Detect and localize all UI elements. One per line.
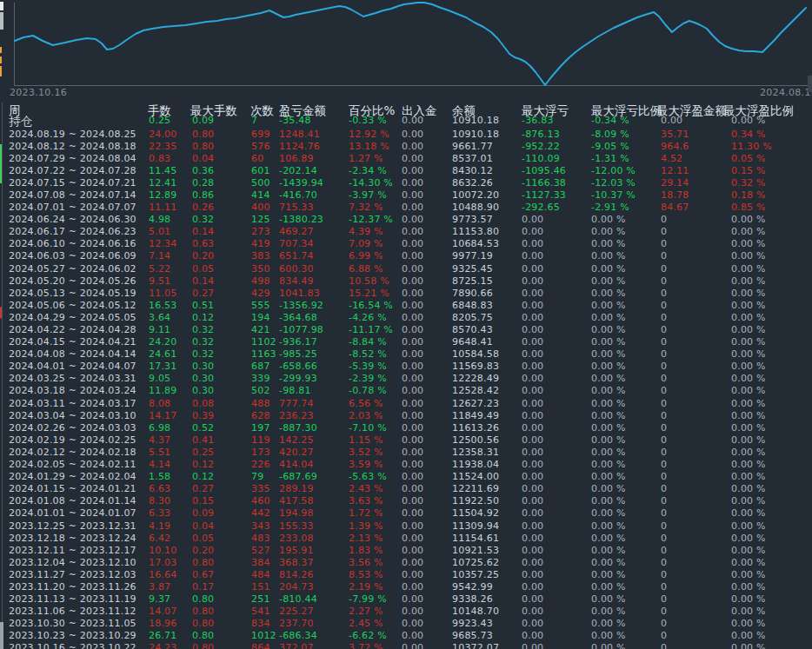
cell-lots: 5.51 xyxy=(149,447,170,459)
table-row[interactable]: 2024.03.04 ~ 2024.03.1014.170.39628236.2… xyxy=(0,410,812,422)
table-row[interactable]: 2024.03.25 ~ 2024.03.319.050.30339-299.9… xyxy=(0,373,812,385)
table-row[interactable]: 2024.01.29 ~ 2024.02.041.580.1279-687.69… xyxy=(0,471,812,483)
cell-balance: 8725.15 xyxy=(452,275,493,288)
cell-max_float_profit: 0 xyxy=(661,238,667,250)
table-row[interactable]: 2023.12.25 ~ 2023.12.314.190.04343155.33… xyxy=(0,520,812,533)
table-row[interactable]: 2024.02.05 ~ 2024.02.114.140.12226414.04… xyxy=(0,459,812,471)
cell-pct: 7.32 % xyxy=(349,202,383,214)
table-row[interactable]: 2024.07.08 ~ 2024.07.1412.890.86414-416.… xyxy=(0,189,812,202)
table-row[interactable]: 2024.02.26 ~ 2024.03.036.980.52197-887.3… xyxy=(0,422,812,434)
cell-max_float_loss_pct: -2.91 % xyxy=(591,202,629,214)
table-row[interactable]: 2024.02.19 ~ 2024.02.254.370.41119142.25… xyxy=(0,434,812,447)
cell-max_float_profit: 0 xyxy=(661,495,667,507)
cell-max_float_profit_pct: 0.32 % xyxy=(731,177,766,189)
cell-max_float_loss_pct: -9.05 % xyxy=(591,141,629,153)
table-row[interactable]: 2023.12.04 ~ 2023.12.1017.030.80384368.3… xyxy=(0,557,812,569)
table-row[interactable]: 2024.01.01 ~ 2024.01.076.330.09442194.98… xyxy=(0,507,812,520)
table-row[interactable]: 2024.04.29 ~ 2024.05.053.640.12194-364.6… xyxy=(0,312,812,324)
table-row[interactable]: 2024.05.13 ~ 2024.05.1911.050.274291041.… xyxy=(0,288,812,300)
cell-count: 173 xyxy=(251,447,270,459)
cell-pnl: -936.17 xyxy=(279,336,317,348)
cell-max_float_loss_pct: 0.00 % xyxy=(591,618,626,630)
cell-balance: 9338.26 xyxy=(452,593,493,606)
table-row[interactable]: 2023.10.23 ~ 2023.10.2926.710.801012-686… xyxy=(0,630,812,642)
table-row[interactable]: 2024.04.22 ~ 2024.04.289.110.32421-1077.… xyxy=(0,324,812,336)
table-row[interactable]: 2023.11.20 ~ 2023.11.263.870.17151204.73… xyxy=(0,581,812,593)
table-row[interactable]: 2023.10.16 ~ 2023.10.2224.230.80864372.0… xyxy=(0,642,812,649)
cell-max_float_profit: 0 xyxy=(661,459,667,471)
cell-pct: -5.63 % xyxy=(349,471,387,483)
cell-max_float_loss: -952.22 xyxy=(522,141,560,153)
table-row[interactable]: 2024.02.12 ~ 2024.02.185.510.25173420.27… xyxy=(0,447,812,459)
cell-max_float_profit: 0 xyxy=(661,214,667,226)
cell-pct: 1.27 % xyxy=(349,153,383,165)
cell-cash: 0.00 xyxy=(402,312,423,324)
cell-count: 601 xyxy=(251,165,270,177)
cell-max_float_loss: 0.00 xyxy=(522,275,543,288)
cell-max_float_loss_pct: 0.00 % xyxy=(591,642,626,649)
cell-max_float_profit_pct: 0.00 % xyxy=(731,324,766,336)
table-row[interactable]: 2024.04.15 ~ 2024.04.2124.200.321102-936… xyxy=(0,336,812,348)
edge-orange-mark xyxy=(0,47,2,53)
table-row[interactable]: 2024.01.08 ~ 2024.01.148.300.15460417.58… xyxy=(0,495,812,507)
table-row[interactable]: 2024.01.15 ~ 2024.01.216.630.27335289.19… xyxy=(0,483,812,495)
table-row[interactable]: 2024.04.01 ~ 2024.04.0717.310.30687-658.… xyxy=(0,361,812,373)
table-row[interactable]: 2024.06.03 ~ 2024.06.097.140.20383651.74… xyxy=(0,250,812,262)
cell-max_float_loss: 0.00 xyxy=(522,545,543,557)
table-row[interactable]: 2023.12.11 ~ 2023.12.1710.100.20527195.9… xyxy=(0,545,812,557)
table-row[interactable]: 2023.11.06 ~ 2023.11.1214.070.80541225.2… xyxy=(0,606,812,618)
table-row[interactable]: 2024.08.12 ~ 2024.08.1822.350.805761124.… xyxy=(0,141,812,153)
cell-max_float_loss_pct: 0.00 % xyxy=(591,459,626,471)
table-row[interactable]: 2024.08.19 ~ 2024.08.2524.000.806991248.… xyxy=(0,129,812,141)
cell-count: 488 xyxy=(251,398,270,410)
table-row[interactable]: 2024.03.11 ~ 2024.03.178.080.08488777.74… xyxy=(0,398,812,410)
cell-max_float_loss_pct: 0.00 % xyxy=(591,312,626,324)
table-row[interactable]: 2024.05.20 ~ 2024.05.269.510.14498834.49… xyxy=(0,275,812,288)
table-row[interactable]: 2023.11.13 ~ 2023.11.199.370.80251-810.4… xyxy=(0,593,812,606)
table-row[interactable]: 2023.11.27 ~ 2023.12.0316.640.67484814.2… xyxy=(0,569,812,581)
cell-lots: 8.08 xyxy=(149,398,170,410)
cell-pnl: 414.04 xyxy=(279,459,314,471)
cell-max_float_profit_pct: 11.30 % xyxy=(731,141,772,153)
cell-count: 699 xyxy=(251,129,270,141)
table-row[interactable]: 2024.06.10 ~ 2024.06.1612.340.63419707.3… xyxy=(0,238,812,250)
cell-lots: 4.37 xyxy=(149,434,170,447)
cell-lots: 1.58 xyxy=(149,471,170,483)
table-row[interactable]: 2024.06.24 ~ 2024.06.304.980.32125-1380.… xyxy=(0,214,812,226)
table-row[interactable]: 2023.12.18 ~ 2023.12.246.420.05483233.08… xyxy=(0,533,812,545)
cell-pnl: -887.30 xyxy=(279,422,317,434)
cell-max_float_profit: 18.78 xyxy=(661,189,689,202)
edge-artifact xyxy=(0,2,3,10)
cell-pnl: 236.23 xyxy=(279,410,314,422)
table-row[interactable]: 2024.07.29 ~ 2024.08.040.830.0460106.891… xyxy=(0,153,812,165)
edge-orange-mark xyxy=(0,56,2,63)
cell-max_float_loss: -110.09 xyxy=(522,153,560,165)
cell-lots: 12.34 xyxy=(149,238,177,250)
table-row[interactable]: 2024.03.18 ~ 2024.03.2411.890.30502-98.8… xyxy=(0,385,812,397)
cell-lots: 14.07 xyxy=(149,606,177,618)
cell-max_float_profit_pct: 0.00 % xyxy=(731,410,766,422)
cell-max_float_profit_pct: 0.00 % xyxy=(731,642,766,649)
cell-pct: 3.52 % xyxy=(349,447,383,459)
position-row[interactable]: 持仓0.250.097-35.48-0.33 %0.0010910.18-36.… xyxy=(0,115,812,129)
table-row[interactable]: 2024.06.17 ~ 2024.06.235.010.14273469.27… xyxy=(0,226,812,238)
cell-pnl: 1248.41 xyxy=(279,129,320,141)
cell-balance: 10357.25 xyxy=(452,569,499,581)
cell-pnl: 420.27 xyxy=(279,447,314,459)
cell-cash: 0.00 xyxy=(402,495,423,507)
table-row[interactable]: 2024.04.08 ~ 2024.04.1424.610.321163-985… xyxy=(0,348,812,361)
table-row[interactable]: 2024.07.22 ~ 2024.07.2811.450.36601-202.… xyxy=(0,165,812,177)
cell-max_float_profit: 0 xyxy=(661,312,667,324)
table-row[interactable]: 2023.10.30 ~ 2023.11.0518.960.80834237.7… xyxy=(0,618,812,630)
cell-max_float_profit_pct: 0.00 % xyxy=(731,312,766,324)
table-row[interactable]: 2024.05.06 ~ 2024.05.1216.530.51555-1356… xyxy=(0,300,812,312)
table-row[interactable]: 2024.07.01 ~ 2024.07.0711.110.26400715.3… xyxy=(0,202,812,214)
table-row[interactable]: 2024.07.15 ~ 2024.07.2112.410.28500-1439… xyxy=(0,177,812,189)
cell-max_float_loss: -1127.33 xyxy=(522,189,566,202)
cell-max_lots: 0.32 xyxy=(192,324,214,336)
table-body: 持仓0.250.097-35.48-0.33 %0.0010910.18-36.… xyxy=(0,115,812,649)
cell-count: 498 xyxy=(251,275,270,288)
cell-balance: 12211.69 xyxy=(452,483,499,495)
table-row[interactable]: 2024.05.27 ~ 2024.06.025.220.05350600.30… xyxy=(0,263,812,275)
cell-pnl: -686.34 xyxy=(279,630,317,642)
